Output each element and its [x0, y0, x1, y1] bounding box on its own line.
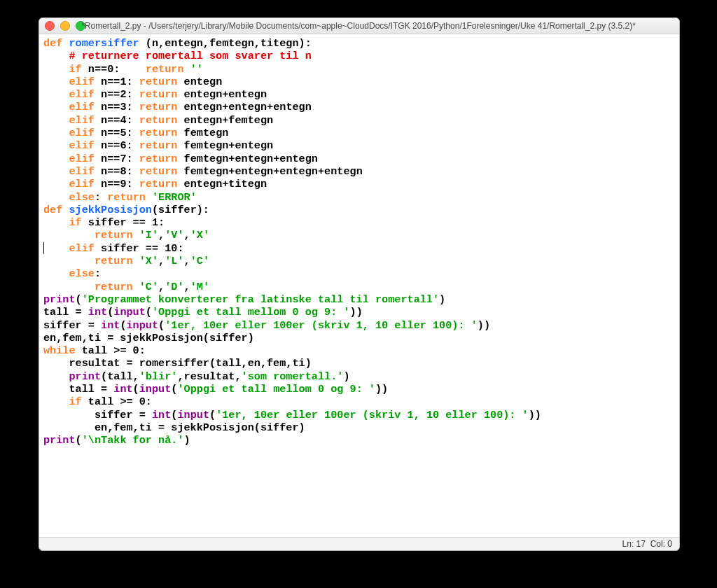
code-line[interactable]: def romersiffer (n,entegn,femtegn,titegn…: [43, 37, 675, 50]
code-line[interactable]: return 'X','L','C': [43, 255, 675, 267]
code-line[interactable]: else: return 'ERROR': [43, 191, 675, 204]
status-bar: Ln: 17 Col: 0: [39, 537, 679, 550]
code-line[interactable]: tall = int(input('Oppgi et tall mellom 0…: [43, 306, 675, 318]
code-line[interactable]: elif n==7: return femtegn+entegn+entegn: [43, 153, 675, 165]
title-bar[interactable]: *Romertall_2.py - /Users/terjery/Library…: [39, 18, 679, 34]
code-line[interactable]: elif n==2: return entegn+entegn: [43, 88, 675, 101]
code-line[interactable]: print('\nTakk for nå.'): [43, 434, 675, 447]
code-line[interactable]: elif n==3: return entegn+entegn+entegn: [43, 101, 675, 113]
text-cursor: [43, 242, 44, 254]
code-line[interactable]: elif n==6: return femtegn+entegn: [43, 139, 675, 152]
code-line[interactable]: # returnere romertall som svarer til n: [43, 50, 675, 62]
code-line[interactable]: def sjekkPosisjon(siffer):: [43, 204, 675, 216]
code-line[interactable]: elif n==8: return femtegn+entegn+entegn+…: [43, 165, 675, 178]
code-line[interactable]: if siffer == 1:: [43, 216, 675, 229]
code-line[interactable]: return 'C','D','M': [43, 281, 675, 293]
code-line[interactable]: elif n==9: return entegn+titegn: [43, 178, 675, 190]
code-line[interactable]: if n==0: return '': [43, 63, 675, 76]
code-line[interactable]: elif n==1: return entegn: [43, 76, 675, 88]
code-line[interactable]: while tall >= 0:: [43, 344, 675, 357]
code-line[interactable]: if tall >= 0:: [43, 396, 675, 408]
status-line: Ln: 17: [622, 539, 646, 549]
code-editor[interactable]: def romersiffer (n,entegn,femtegn,titegn…: [39, 34, 679, 537]
status-column: Col: 0: [650, 539, 672, 549]
code-line[interactable]: elif n==5: return femtegn: [43, 127, 675, 139]
window-title: *Romertall_2.py - /Users/terjery/Library…: [43, 21, 674, 31]
code-line[interactable]: print(tall,'blir',resultat,'som romertal…: [43, 370, 675, 383]
code-line[interactable]: tall = int(input('Oppgi et tall mellom 0…: [43, 383, 675, 396]
editor-window: *Romertall_2.py - /Users/terjery/Library…: [39, 18, 680, 551]
code-line[interactable]: elif siffer == 10:: [43, 242, 675, 255]
code-line[interactable]: siffer = int(input('1er, 10er eller 100e…: [43, 409, 675, 421]
code-line[interactable]: siffer = int(input('1er, 10er eller 100e…: [43, 319, 675, 332]
code-line[interactable]: resultat = romersiffer(tall,en,fem,ti): [43, 357, 675, 370]
code-line[interactable]: print('Programmet konverterer fra latins…: [43, 293, 675, 306]
code-line[interactable]: else:: [43, 267, 675, 280]
code-line[interactable]: en,fem,ti = sjekkPosisjon(siffer): [43, 421, 675, 434]
status-spacer: [646, 539, 650, 549]
code-line[interactable]: elif n==4: return entegn+femtegn: [43, 114, 675, 127]
code-line[interactable]: return 'I','V','X': [43, 229, 675, 241]
code-line[interactable]: en,fem,ti = sjekkPosisjon(siffer): [43, 332, 675, 344]
